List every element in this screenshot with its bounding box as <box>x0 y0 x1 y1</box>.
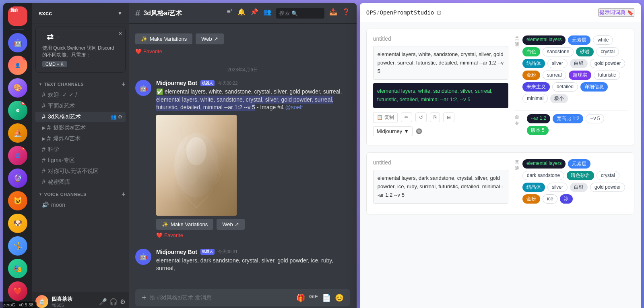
hint-dict-btn[interactable]: 提示词词典 🔖 <box>599 8 634 17</box>
tag2-ice-cn[interactable]: 冰 <box>560 194 573 204</box>
threads-icon[interactable]: ≡1 <box>227 8 232 19</box>
delete-btn[interactable]: ⊟ <box>443 112 454 122</box>
server-icon-2[interactable]: 👤 1 <box>8 56 27 75</box>
message-input[interactable]: 给 #3d风格ai艺术 发消息 <box>150 294 293 302</box>
web-btn-top[interactable]: Web ↗ <box>196 33 224 44</box>
switcher-shortcut-btn[interactable]: CMD + K <box>42 61 67 67</box>
tag2-silver[interactable]: silver <box>547 183 568 192</box>
tag2-silver-cn[interactable]: 白银 <box>570 183 588 192</box>
tag-white-cn[interactable]: 白色 <box>522 47 540 56</box>
tag-sandstone-cn[interactable]: 砂岩 <box>576 47 594 56</box>
tag-ar[interactable]: --ar 1:2 <box>527 114 551 123</box>
tag-futuristic-cn[interactable]: 未来主义 <box>522 82 550 92</box>
channel-item-3d[interactable]: # 3d风格ai艺术 👥 ⚙ <box>35 112 126 122</box>
tag-elemental-layers-cn[interactable]: 元素层 <box>568 35 590 45</box>
voice-channel-moon[interactable]: 🔊 moon <box>35 200 126 210</box>
server-icon-12[interactable]: ❤️ <box>8 281 27 301</box>
add-channel-btn[interactable]: + <box>122 81 126 88</box>
tag-silver-cn[interactable]: 白银 <box>570 59 588 68</box>
tag2-ice[interactable]: ice <box>543 194 557 204</box>
tag2-dark-sandstone-cn[interactable]: 暗色砂岩 <box>567 171 594 180</box>
search-bar[interactable]: 搜索 🔍 <box>276 8 324 19</box>
make-variations-btn-top[interactable]: ✨ Make Variations <box>135 33 192 44</box>
make-variations-btn-1[interactable]: ✨ Make Variations <box>156 219 213 230</box>
channel-item-science[interactable]: # 科学 <box>35 144 126 155</box>
server-icon-4[interactable]: ⚙ 95 <box>8 101 27 120</box>
channel-item-flat[interactable]: # 平面ai艺术 <box>35 101 126 111</box>
tag-detailed[interactable]: detailed <box>552 82 578 92</box>
add-voice-channel-btn[interactable]: + <box>122 191 126 198</box>
tag-gold-powder-cn[interactable]: 金粉 <box>522 71 540 80</box>
server-icon-9[interactable]: 🐶 <box>8 214 27 233</box>
microphone-icon[interactable]: 🎤 <box>99 298 107 306</box>
ops-card-1: untitled elemental layers, white, sandst… <box>366 29 634 146</box>
copy-btn[interactable]: 📋 复制 <box>373 112 398 123</box>
server-header[interactable]: sxcc ▼ <box>32 3 129 23</box>
inbox-icon[interactable]: 📥 <box>329 8 337 19</box>
settings-icon[interactable]: ⚙ <box>120 298 126 306</box>
channel-item-explosion[interactable]: ▶ # 爆炸Ai艺术 <box>35 133 126 144</box>
tag-white[interactable]: white <box>593 35 613 45</box>
current-server-icon[interactable]: 新的 <box>8 6 27 26</box>
tag2-elemental-layers[interactable]: elemental layers <box>522 159 566 169</box>
web-btn-1[interactable]: Web ↗ <box>217 219 245 230</box>
tag-crystal-cn[interactable]: 结晶体 <box>522 59 545 68</box>
tag-ar-cn[interactable]: 宽高比 1:2 <box>553 114 583 123</box>
channel-item-talk[interactable]: # 对你可以无话不说区 <box>35 166 126 177</box>
tag-crystal[interactable]: crystal <box>596 47 619 56</box>
tag-gold-powder[interactable]: gold powder <box>590 59 625 68</box>
tag-surreal[interactable]: surreal <box>543 71 566 80</box>
tag2-gold-powder[interactable]: gold powder <box>590 183 625 192</box>
refresh-btn[interactable]: ↺ <box>415 112 427 122</box>
tag-elemental-layers[interactable]: elemental layers <box>522 35 566 45</box>
tag2-elemental-layers-cn[interactable]: 元素层 <box>568 159 590 169</box>
server-icon-6[interactable]: 🌀 19 <box>8 146 27 165</box>
server-icon-3[interactable]: 🎨 <box>8 78 27 98</box>
gif-icon[interactable]: GIF <box>309 293 318 302</box>
tag2-crystal-cn[interactable]: 结晶体 <box>522 183 545 192</box>
export-btn[interactable]: ⎘ <box>430 112 440 122</box>
voice-channels-header[interactable]: ▼ VOICE CHANNELS + <box>32 189 129 200</box>
tag-detailed-cn[interactable]: 详细信息 <box>580 82 608 92</box>
tag-silver[interactable]: silver <box>547 59 568 68</box>
tag-v5[interactable]: --v 5 <box>586 114 604 123</box>
tag2-gold-powder-cn[interactable]: 金粉 <box>522 194 540 204</box>
gift-icon[interactable]: 🎁 <box>296 293 305 302</box>
pin-icon[interactable]: 📌 <box>250 8 258 19</box>
tag-v5-cn[interactable]: 版本 5 <box>527 126 549 135</box>
quick-switcher-close-btn[interactable]: × <box>119 30 122 37</box>
ops-card-1-right: 普通 elemental layers 元素层 white 白色 sandsto… <box>515 35 627 139</box>
help-icon[interactable]: ❓ <box>342 8 350 19</box>
github-icon[interactable]: ⊙ <box>436 9 442 17</box>
members-icon[interactable]: 👥 <box>263 8 271 19</box>
server-icon-7[interactable]: 🔮 <box>8 169 27 188</box>
add-attachment-btn[interactable]: + <box>142 293 147 302</box>
server-icon-1[interactable]: 🤖 <box>8 33 27 52</box>
server-icon-11[interactable]: 🎭 <box>8 259 27 278</box>
mention[interactable]: @soelf <box>285 104 303 110</box>
tag-minimal-cn[interactable]: 极小 <box>550 94 568 103</box>
tag2-crystal[interactable]: crystal <box>597 171 619 180</box>
tag-minimal[interactable]: minimal <box>522 94 548 103</box>
server-icon-8[interactable]: 🐱 <box>8 191 27 210</box>
favorite-btn-1[interactable]: ❤️ Favorite <box>156 230 183 241</box>
emoji-icon[interactable]: 😊 <box>335 293 344 302</box>
server-icon-10[interactable]: 🤸 <box>8 236 27 256</box>
tag-futuristic[interactable]: futuristic <box>594 71 621 80</box>
channel-item-secret[interactable]: # 秘密图库 <box>35 177 126 187</box>
headphone-icon[interactable]: 🎧 <box>109 298 118 306</box>
favorite-btn-top[interactable]: ❤️ Favorite <box>135 46 162 57</box>
notifications-icon[interactable]: 🔔 <box>237 8 246 19</box>
channel-item-welcome[interactable]: # 欢迎- ✓ ✓ / <box>35 90 126 100</box>
server-icon-5[interactable]: ⛵ <box>8 123 27 143</box>
dot-icon: · <box>42 34 43 40</box>
edit-btn[interactable]: ✏ <box>401 112 412 122</box>
sticker-icon[interactable]: 📄 <box>322 293 331 302</box>
channel-item-figma[interactable]: # figma-专区 <box>35 155 126 166</box>
channel-item-photo[interactable]: ▶ # 摄影类ai艺术 <box>35 123 126 133</box>
tag2-dark-sandstone[interactable]: dark sandstone <box>522 171 564 180</box>
tag-surreal-cn[interactable]: 超现实 <box>569 71 591 80</box>
platform-dropdown[interactable]: Midjourney ▼ <box>373 126 413 136</box>
text-channels-header[interactable]: ▼ TEXT CHANNELS + <box>32 79 129 89</box>
tag-sandstone[interactable]: sandstone <box>543 47 574 56</box>
